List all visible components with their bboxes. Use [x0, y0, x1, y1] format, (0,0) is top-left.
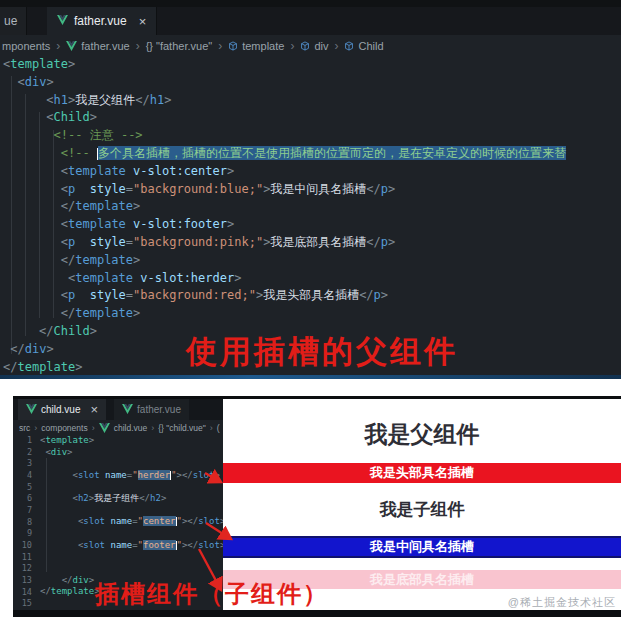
tab-label: father.vue [74, 14, 127, 28]
close-icon[interactable]: × [139, 15, 147, 28]
tab-father-vue[interactable]: father.vue × [47, 7, 157, 35]
breadcrumb-separator-icon: › [56, 39, 60, 53]
code-line: <div> [40, 447, 235, 459]
breadcrumb-item[interactable]: template [228, 40, 284, 52]
vue-logo-icon [57, 14, 68, 28]
code-line: <template> [3, 56, 621, 74]
line-number: 7 [15, 505, 32, 517]
code-line: <p style="background:red;">我是头部具名插槽</p> [3, 287, 621, 305]
line-number: 15 [15, 598, 32, 610]
breadcrumb-item[interactable]: {} "father.vue" [146, 40, 213, 52]
breadcrumb-label: div [314, 40, 328, 52]
breadcrumb-label: child.vue [114, 423, 148, 433]
breadcrumb-separator-icon: › [136, 39, 140, 53]
watermark: @稀土掘金技术社区 [508, 595, 616, 610]
breadcrumb[interactable]: mponents›father.vue›{} "father.vue"›temp… [2, 37, 384, 55]
vue-logo-icon [26, 404, 37, 416]
window-top-edge [13, 396, 621, 399]
code-line: <slot name="center"></slot> [40, 516, 235, 528]
line-number: 8 [15, 517, 32, 529]
code-line: <h1>我是父组件</h1> [3, 92, 621, 110]
breadcrumb-item[interactable]: ( [217, 423, 220, 433]
header-slot-banner: 我是头部具名插槽 [223, 463, 621, 483]
breadcrumb-label: ( [217, 423, 220, 433]
breadcrumb-separator-icon: › [34, 423, 37, 433]
breadcrumb-item[interactable]: child.vue [99, 423, 148, 433]
line-number: 14 [15, 587, 32, 599]
line-number: 13 [15, 575, 32, 587]
line-number: 9 [15, 528, 32, 540]
code-line: </template> [3, 198, 621, 216]
line-number: 6 [15, 493, 32, 505]
breadcrumb-separator-icon: › [334, 39, 338, 53]
code-line [40, 458, 235, 470]
breadcrumb-separator-icon: › [218, 39, 222, 53]
code-line: <!-- 多个具名插槽，插槽的位置不是使用插槽的位置而定的，是在安卓定义的时候的… [3, 145, 621, 163]
breadcrumb-item[interactable]: src [19, 423, 30, 433]
line-number: 5 [15, 482, 32, 494]
vue-logo-icon [66, 41, 77, 51]
breadcrumb-item[interactable]: div [300, 40, 328, 52]
symbol-cube-icon [344, 41, 354, 51]
code-line [40, 551, 235, 563]
breadcrumb-separator-icon: › [290, 39, 294, 53]
line-number: 2 [15, 447, 32, 459]
code-line: <slot name="footer"></slot> [40, 540, 235, 552]
annotation-parent-component: 使用插槽的父组件 [186, 331, 458, 373]
screenshot-root: ue father.vue × mponents›father.vue›{} "… [0, 0, 621, 617]
window-bottom-edge [13, 610, 621, 617]
line-number: 12 [15, 563, 32, 575]
father-tab-bar: ue father.vue × [0, 7, 621, 35]
breadcrumb-label: src [19, 423, 30, 433]
breadcrumb-item[interactable]: Child [344, 40, 383, 52]
breadcrumb-item[interactable]: {} "child.vue" [158, 423, 206, 433]
line-number: 3 [15, 458, 32, 470]
breadcrumb-item[interactable]: mponents [2, 40, 50, 52]
code-line: <p style="background:pink;">我是底部具名插槽</p> [3, 234, 621, 252]
breadcrumb-item[interactable]: components [41, 423, 87, 433]
code-line: <div> [3, 74, 621, 92]
code-line: <Child> [3, 109, 621, 127]
code-line: <h2>我是子组件</h2> [40, 493, 235, 505]
breadcrumb-label: {} "child.vue" [158, 423, 206, 433]
breadcrumb-label: mponents [2, 40, 50, 52]
breadcrumb-separator-icon: › [210, 423, 213, 433]
code-line [40, 482, 235, 494]
code-line [40, 505, 235, 517]
father-editor-window: ue father.vue × mponents›father.vue›{} "… [0, 0, 621, 379]
line-number: 10 [15, 540, 32, 552]
parent-component-heading: 我是父组件 [223, 419, 621, 450]
code-line: </template> [3, 305, 621, 323]
breadcrumb-label: components [41, 423, 87, 433]
breadcrumb-separator-icon: › [92, 423, 95, 433]
code-line: <slot name="herder"></slot> [40, 470, 235, 482]
vue-logo-icon [99, 423, 110, 433]
line-number: 1 [15, 435, 32, 447]
close-icon[interactable]: × [90, 403, 98, 416]
window-top-edge [0, 0, 621, 7]
symbol-cube-icon [228, 41, 238, 51]
line-number: 11 [15, 552, 32, 564]
child-component-heading: 我是子组件 [223, 498, 621, 521]
tab-partial-vue[interactable]: ue [0, 7, 27, 35]
line-number: 4 [15, 470, 32, 482]
code-line: </template> [3, 252, 621, 270]
code-line: <!-- 注意 --> [3, 127, 621, 145]
breadcrumb[interactable]: src›components›child.vue›{} "child.vue"›… [19, 421, 220, 434]
code-line [40, 528, 235, 540]
line-number-gutter: 123456789101112131415 [15, 435, 32, 610]
tab-label: father.vue [137, 404, 181, 415]
child-editor-window: child.vue × father.vue src›components›ch… [13, 396, 621, 617]
code-line [40, 563, 235, 575]
breadcrumb-label: {} "father.vue" [146, 40, 213, 52]
vue-logo-icon [122, 404, 133, 416]
tab-father-vue[interactable]: father.vue [114, 399, 189, 420]
breadcrumb-item[interactable]: father.vue [66, 40, 129, 52]
code-line: <template v-slot:center> [3, 163, 621, 181]
annotation-child-component: 插槽组件（子组件） [95, 578, 329, 610]
breadcrumb-label: father.vue [81, 40, 129, 52]
tab-child-vue[interactable]: child.vue × [18, 399, 106, 420]
father-code-editor[interactable]: <template> <div> <h1>我是父组件</h1> <Child> … [3, 56, 621, 375]
symbol-cube-icon [300, 41, 310, 51]
center-slot-banner: 我是中间具名插槽 [223, 536, 621, 558]
